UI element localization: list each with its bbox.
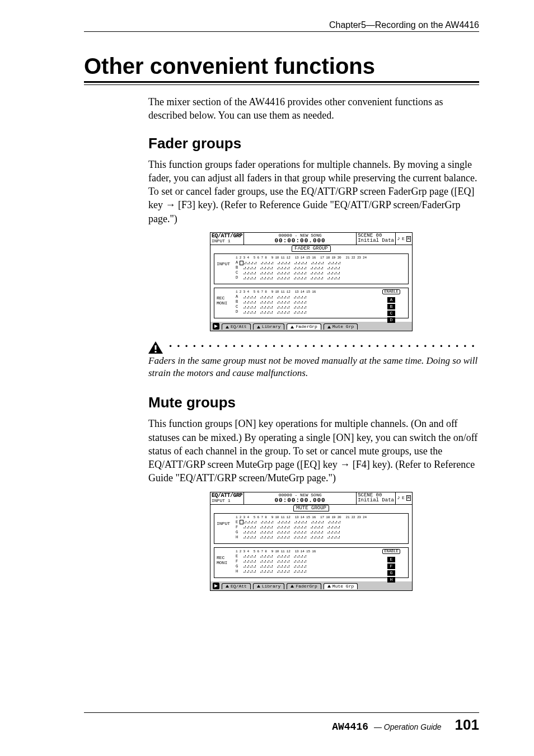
triangle-icon xyxy=(327,326,331,328)
lcd-tab-label: EQ/Att xyxy=(231,325,247,329)
footer-subtitle: — Operation Guide xyxy=(374,722,442,731)
lcd-play-icon[interactable] xyxy=(213,583,219,589)
lcd-tab-label: Library xyxy=(262,325,281,329)
lcd-scene-sub: Initial Data xyxy=(358,238,394,243)
lcd-timecode: 00:00:00.000 xyxy=(274,497,325,504)
lcd-input-label: INPUT 1 xyxy=(212,239,242,243)
fader-groups-heading: Fader groups xyxy=(148,135,479,152)
lcd-tab-label: EQ/Att xyxy=(231,584,247,589)
lcd-tab[interactable]: EQ/Att xyxy=(222,583,251,589)
lcd-panel-label-recmoni: RECMONI xyxy=(217,550,232,566)
lcd-e-flag: E xyxy=(402,237,405,241)
lcd-e-flag: E xyxy=(402,496,405,500)
lcd-enable-label: ENABLE xyxy=(382,289,400,294)
fader-body-part2: [F3] key). (Refer to Reference Guide "EQ… xyxy=(148,199,461,224)
lcd-tab[interactable]: Mute Grp xyxy=(324,323,358,330)
lcd-enable-button[interactable]: E xyxy=(387,557,395,562)
triangle-icon xyxy=(257,585,260,588)
lcd-panel-label-input: INPUT xyxy=(217,256,232,267)
lcd-tab[interactable]: Mute Grp xyxy=(324,583,358,589)
lcd-scene-sub: Initial Data xyxy=(358,498,394,503)
lcd-timecode: 00:00:00.000 xyxy=(274,238,325,244)
lcd-play-icon[interactable] xyxy=(213,323,219,330)
dotted-separator: ••••••••••••••••••••••••••••••••••••••••… xyxy=(168,342,479,350)
mute-groups-heading: Mute groups xyxy=(148,394,479,411)
lcd-tab[interactable]: FaderGrp xyxy=(287,583,321,589)
note-icon: ♪ xyxy=(397,495,400,501)
lcd-m-flag: M xyxy=(406,236,411,242)
triangle-icon xyxy=(327,585,331,588)
title-rules xyxy=(84,81,479,85)
svg-marker-0 xyxy=(214,325,218,328)
lcd-tab-label: Mute Grp xyxy=(332,325,354,329)
arrow-icon: → xyxy=(340,459,350,470)
triangle-icon xyxy=(291,585,294,588)
lcd-tab-title: FADER GROUP xyxy=(292,245,330,252)
mute-groups-body: This function groups [ON] key operations… xyxy=(148,417,479,485)
warning-note: Faders in the same group must not be mov… xyxy=(148,355,479,379)
footer-product: AW4416 xyxy=(332,721,368,732)
triangle-icon xyxy=(226,326,229,328)
lcd-enable-button[interactable]: B xyxy=(387,304,395,309)
page-title: Other convenient functions xyxy=(84,54,479,78)
arrow-icon: → xyxy=(166,199,176,210)
svg-marker-4 xyxy=(214,584,218,588)
mute-grp-screenshot: EQ/ATT/GRPINPUT 100000 - NEW SONG00:00:0… xyxy=(210,492,479,591)
svg-rect-3 xyxy=(155,351,157,353)
lcd-enable-label: ENABLE xyxy=(382,549,400,554)
svg-rect-2 xyxy=(155,345,157,350)
lcd-input-label: INPUT 1 xyxy=(212,499,242,503)
lcd-tab-label: Mute Grp xyxy=(332,584,354,589)
lcd-tab-title: MUTE GROUP xyxy=(293,505,329,511)
footer-page-number: 101 xyxy=(455,716,479,734)
note-icon: ♪ xyxy=(397,236,400,242)
lcd-enable-button[interactable]: A xyxy=(387,297,395,303)
lcd-tab[interactable]: EQ/Att xyxy=(222,323,251,330)
fader-groups-body: This function groups fader operations fo… xyxy=(148,158,479,226)
lcd-panel-label-input: INPUT xyxy=(217,516,232,527)
lcd-enable-button[interactable]: C xyxy=(387,311,395,316)
triangle-icon xyxy=(291,326,294,328)
lcd-enable-button[interactable]: F xyxy=(387,564,395,569)
triangle-icon xyxy=(226,585,229,588)
fader-grp-screenshot: EQ/ATT/GRPINPUT 100000 - NEW SONG00:00:0… xyxy=(210,232,479,331)
lcd-tab-label: Library xyxy=(262,584,281,589)
lcd-m-flag: M xyxy=(406,495,411,501)
lcd-tab[interactable]: FaderGrp xyxy=(287,323,321,330)
page-footer: AW4416 — Operation Guide 101 xyxy=(84,712,479,734)
lcd-enable-button[interactable]: D xyxy=(387,317,395,323)
lcd-tab-label: FaderGrp xyxy=(296,325,317,329)
intro-paragraph: The mixer section of the AW4416 provides… xyxy=(148,95,479,123)
lcd-enable-button[interactable]: H xyxy=(387,577,395,583)
lcd-enable-button[interactable]: G xyxy=(387,570,395,576)
lcd-tab[interactable]: Library xyxy=(253,583,285,589)
running-header: Chapter5—Recording on the AW4416 xyxy=(84,20,479,30)
lcd-tab[interactable]: Library xyxy=(253,323,285,330)
lcd-tab-label: FaderGrp xyxy=(296,584,317,589)
warning-icon xyxy=(148,341,163,354)
lcd-panel-label-recmoni: RECMONI xyxy=(217,290,232,306)
triangle-icon xyxy=(257,326,260,328)
header-rule xyxy=(84,31,479,32)
warning-row: ••••••••••••••••••••••••••••••••••••••••… xyxy=(148,341,479,354)
